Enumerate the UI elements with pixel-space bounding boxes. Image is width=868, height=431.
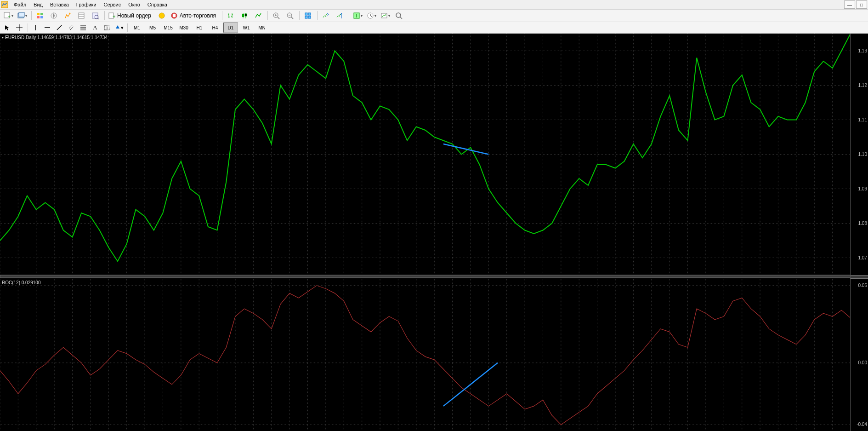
indicators-button[interactable]: f▾	[351, 10, 364, 21]
chart-area[interactable]: ▾ EURUSD,Daily 1.14659 1.14783 1.14615 1…	[0, 34, 868, 431]
navigator-button[interactable]	[47, 10, 60, 21]
menu-insert[interactable]: Вставка	[46, 1, 73, 8]
svg-line-33	[278, 17, 279, 19]
svg-rect-124	[0, 275, 851, 278]
vertical-line-button[interactable]	[30, 23, 41, 33]
timeframe-w1[interactable]: W1	[239, 23, 254, 33]
price-axis: 1.131.121.111.101.091.081.070.050.00-0.0…	[850, 34, 868, 431]
price-tick: 1.13	[858, 48, 867, 53]
timeframe-mn[interactable]: MN	[255, 23, 269, 33]
chart-symbol-label: EURUSD,Daily	[5, 35, 36, 40]
price-tick: 1.09	[858, 186, 867, 191]
templates-button[interactable]: ▾	[379, 10, 391, 21]
text-label-button[interactable]: T	[102, 23, 113, 33]
drawing-toolbar: A T ▾ M1 M5 M15 M30 H1 H4 D1 W1 MN	[0, 22, 868, 34]
profiles-button[interactable]: ▾	[16, 10, 28, 21]
timeframe-m15[interactable]: M15	[161, 23, 176, 33]
search-button[interactable]	[392, 10, 405, 21]
chart-shift-button[interactable]	[333, 10, 346, 21]
autotrade-button[interactable]: Авто-торговля	[169, 10, 219, 21]
timeframe-h4[interactable]: H4	[208, 23, 222, 33]
equidistant-channel-button[interactable]	[66, 23, 77, 33]
svg-rect-41	[305, 16, 307, 18]
candle-chart-button[interactable]	[238, 10, 251, 21]
tile-windows-button[interactable]	[301, 10, 314, 21]
svg-point-19	[159, 13, 165, 18]
svg-rect-5	[37, 13, 40, 15]
svg-text:ROC(12) 0.029100: ROC(12) 0.029100	[2, 280, 41, 285]
price-tick: 1.08	[858, 221, 867, 226]
svg-text:T: T	[106, 26, 108, 30]
price-chart-title: ▾ EURUSD,Daily 1.14659 1.14783 1.14615 1…	[2, 35, 108, 40]
price-tick: 1.12	[858, 83, 867, 88]
chart-ohlc-label: 1.14659 1.14783 1.14615 1.14734	[37, 35, 108, 40]
periods-button[interactable]: ▾	[365, 10, 378, 21]
new-order-label: Новый ордер	[117, 12, 151, 19]
svg-rect-4	[19, 12, 24, 17]
roc-tick: 0.00	[858, 360, 867, 365]
svg-rect-7	[37, 16, 40, 18]
autotrade-label: Авто-торговля	[180, 12, 216, 19]
svg-line-37	[291, 17, 293, 19]
autoscroll-button[interactable]	[319, 10, 332, 21]
svg-rect-6	[40, 13, 43, 15]
timeframe-d1[interactable]: D1	[223, 23, 238, 33]
timeframe-m30[interactable]: M30	[176, 23, 191, 33]
menu-view[interactable]: Вид	[30, 1, 46, 8]
zoom-out-button[interactable]	[284, 10, 296, 21]
menu-charts[interactable]: Графики	[73, 1, 100, 8]
fibonacci-button[interactable]	[78, 23, 89, 33]
svg-rect-40	[308, 13, 311, 15]
new-chart-button[interactable]: +▾	[2, 10, 15, 21]
text-button[interactable]: A	[90, 23, 101, 33]
svg-rect-39	[305, 13, 307, 15]
price-tick: 1.10	[858, 152, 867, 157]
menubar: Файл Вид Вставка Графики Сервис Окно Спр…	[0, 0, 868, 10]
svg-line-56	[57, 25, 62, 30]
svg-line-51	[400, 17, 402, 19]
window-maximize-button[interactable]: □	[856, 0, 867, 9]
price-tick: 1.07	[858, 255, 867, 260]
menu-window[interactable]: Окно	[125, 1, 144, 8]
svg-line-16	[98, 18, 99, 19]
svg-text:+: +	[113, 14, 115, 19]
new-order-button[interactable]: +Новый ордер	[107, 10, 154, 21]
timeframe-h1[interactable]: H1	[192, 23, 207, 33]
data-window-button[interactable]	[75, 10, 88, 21]
metaquotes-button[interactable]	[155, 10, 168, 21]
svg-rect-42	[308, 16, 311, 18]
zoom-in-button[interactable]	[270, 10, 283, 21]
svg-rect-8	[40, 16, 43, 18]
arrows-button[interactable]: ▾	[113, 23, 125, 33]
menu-service[interactable]: Сервис	[100, 1, 125, 8]
chart-canvas[interactable]: ROC(12) 0.029100	[0, 34, 851, 431]
crosshair-button[interactable]	[14, 23, 25, 33]
menu-help[interactable]: Справка	[144, 1, 171, 8]
roc-tick: 0.05	[858, 283, 867, 288]
timeframe-m5[interactable]: M5	[145, 23, 160, 33]
svg-rect-11	[79, 13, 84, 18]
timeframe-m1[interactable]: M1	[130, 23, 144, 33]
line-chart-button[interactable]	[252, 10, 265, 21]
roc-tick: -0.04	[857, 422, 867, 427]
terminal-button[interactable]	[61, 10, 74, 21]
price-tick: 1.11	[858, 117, 867, 122]
app-icon	[1, 1, 8, 8]
trendline-button[interactable]	[54, 23, 65, 33]
cursor-button[interactable]	[2, 23, 13, 33]
horizontal-line-button[interactable]	[42, 23, 53, 33]
window-minimize-button[interactable]: —	[844, 0, 855, 9]
svg-rect-31	[245, 14, 247, 16]
svg-point-10	[69, 13, 71, 14]
svg-point-50	[396, 13, 401, 17]
strategy-tester-button[interactable]	[89, 10, 102, 21]
svg-rect-29	[242, 14, 244, 17]
menu-file[interactable]: Файл	[10, 1, 30, 8]
market-watch-button[interactable]	[34, 10, 46, 21]
svg-rect-21	[173, 14, 176, 17]
bar-chart-button[interactable]	[224, 10, 237, 21]
svg-text:+: +	[8, 14, 11, 19]
svg-rect-65	[0, 34, 851, 431]
main-toolbar: +▾ ▾ +Новый ордер Авто-торговля f▾ ▾ ▾	[0, 10, 868, 22]
